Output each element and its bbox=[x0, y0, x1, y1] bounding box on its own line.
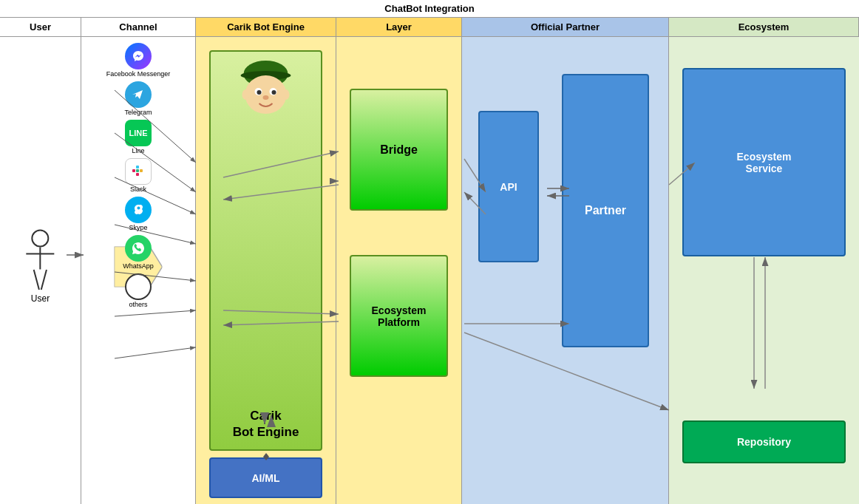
carik-bot-box: CarikBot Engine bbox=[209, 50, 322, 451]
user-legs bbox=[36, 269, 45, 290]
ecosystem-service-label: EcosystemService bbox=[737, 151, 792, 174]
col-header-ecosystem: Ecosystem bbox=[669, 18, 859, 36]
channel-item-telegram: Telegram bbox=[124, 81, 152, 116]
ecosystem-platform-box: EcosystemPlatform bbox=[350, 255, 448, 377]
channel-item-skype: Skype bbox=[125, 197, 152, 231]
main-content: User Facebook Messenger bbox=[0, 37, 859, 504]
svg-marker-18 bbox=[263, 453, 269, 457]
svg-rect-5 bbox=[140, 169, 143, 172]
user-label: User bbox=[31, 293, 50, 304]
others-icon bbox=[125, 273, 152, 300]
telegram-icon bbox=[125, 81, 152, 108]
telegram-label: Telegram bbox=[124, 109, 152, 116]
svg-point-15 bbox=[262, 95, 268, 100]
whatsapp-icon bbox=[125, 235, 152, 262]
svg-point-14 bbox=[271, 90, 276, 95]
col-header-user: User bbox=[0, 18, 81, 36]
svg-point-10 bbox=[245, 75, 286, 114]
channel-item-messenger: Facebook Messenger bbox=[106, 43, 171, 78]
svg-point-13 bbox=[257, 90, 261, 95]
carik-label: CarikBot Engine bbox=[233, 408, 299, 440]
user-head bbox=[32, 229, 50, 247]
col-header-carik: Carik Bot Engine bbox=[196, 18, 336, 36]
others-label: others bbox=[129, 301, 147, 308]
svg-marker-19 bbox=[263, 457, 269, 460]
slack-label: Slack bbox=[130, 185, 146, 193]
messenger-icon bbox=[125, 43, 152, 69]
ecosystem-platform-label: EcosystemPlatform bbox=[372, 304, 427, 328]
bridge-label: Bridge bbox=[380, 143, 418, 157]
col-header-layer: Layer bbox=[336, 18, 462, 36]
api-box: API bbox=[478, 111, 539, 262]
skype-icon bbox=[125, 197, 152, 223]
user-leg-right bbox=[41, 270, 47, 290]
api-label: API bbox=[500, 181, 517, 193]
user-body bbox=[40, 247, 41, 269]
channel-item-line: LINE Line bbox=[125, 120, 152, 154]
col-header-channel: Channel bbox=[81, 18, 196, 36]
user-arms bbox=[27, 253, 55, 254]
diagram-container: ChatBot Integration User Channel Carik B… bbox=[0, 0, 859, 504]
messenger-label: Facebook Messenger bbox=[106, 70, 171, 78]
slack-icon bbox=[125, 158, 152, 185]
svg-rect-6 bbox=[136, 173, 139, 176]
aiml-box: AI/ML bbox=[209, 457, 322, 498]
svg-rect-3 bbox=[136, 166, 139, 168]
svg-point-16 bbox=[242, 89, 249, 100]
partner-box: Partner bbox=[562, 74, 649, 347]
lane-ecosystem: EcosystemService Repository bbox=[669, 37, 859, 504]
skype-label: Skype bbox=[129, 224, 147, 231]
ecosystem-service-box: EcosystemService bbox=[682, 68, 846, 256]
channel-item-others: others bbox=[125, 273, 152, 308]
svg-rect-4 bbox=[136, 169, 139, 172]
columns-header: User Channel Carik Bot Engine Layer Offi… bbox=[0, 18, 859, 37]
lane-partner: API Partner bbox=[462, 37, 669, 504]
col-header-partner: Official Partner bbox=[462, 18, 669, 36]
lane-carik: CarikBot Engine AI/ML bbox=[196, 37, 336, 504]
channel-item-whatsapp: WhatsApp bbox=[123, 235, 154, 270]
line-icon: LINE bbox=[125, 120, 152, 146]
svg-rect-2 bbox=[132, 169, 135, 172]
aiml-label: AI/ML bbox=[251, 472, 279, 484]
svg-point-17 bbox=[282, 89, 289, 100]
lane-channel: Facebook Messenger Telegram LINE Line bbox=[81, 37, 196, 504]
lane-user: User bbox=[0, 37, 81, 504]
whatsapp-label: WhatsApp bbox=[123, 262, 154, 270]
user-leg-left bbox=[33, 270, 40, 290]
repository-label: Repository bbox=[737, 436, 791, 448]
line-label: Line bbox=[132, 147, 144, 154]
bridge-box: Bridge bbox=[350, 89, 448, 211]
diagram-title: ChatBot Integration bbox=[0, 0, 859, 18]
channel-list: Facebook Messenger Telegram LINE Line bbox=[81, 43, 195, 308]
repository-box: Repository bbox=[682, 420, 846, 463]
partner-label: Partner bbox=[585, 204, 626, 217]
carik-aiml-arrow bbox=[260, 450, 272, 457]
lane-layer: Bridge EcosystemPlatform bbox=[336, 37, 462, 504]
user-figure: User bbox=[31, 229, 50, 304]
channel-item-slack: Slack bbox=[125, 158, 152, 193]
carik-robot-face bbox=[238, 59, 293, 121]
